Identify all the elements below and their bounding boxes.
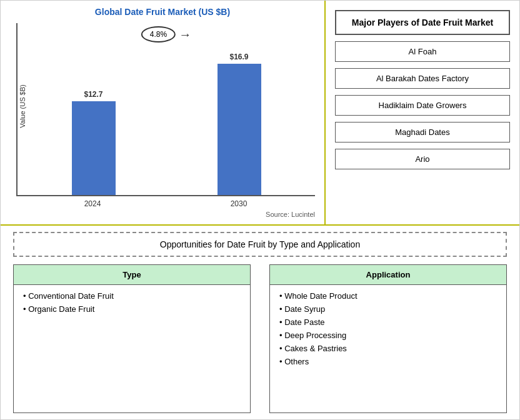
bar-2030 xyxy=(218,64,261,195)
application-items: • Whole Date Product • Date Syrup • Date… xyxy=(270,285,506,372)
cagr-annotation: 4.8% → xyxy=(141,26,191,42)
bar-value-2030: $16.9 xyxy=(229,52,248,61)
app-item-2: • Date Syrup xyxy=(279,304,497,314)
bar-2024 xyxy=(72,101,116,195)
player-box-1: Al Foah xyxy=(335,41,510,62)
app-item-3: • Date Paste xyxy=(279,318,497,327)
main-container: Global Date Fruit Market (US $B) Value (… xyxy=(0,0,520,420)
type-header: Type xyxy=(14,265,250,285)
bar-group-2024: $12.7 xyxy=(30,29,157,195)
bar-label-2024: 2024 xyxy=(29,199,156,208)
bullet-icon: • xyxy=(279,318,284,327)
app-item-5: • Cakes & Pastries xyxy=(279,344,497,353)
chart-title: Global Date Fruit Market (US $B) xyxy=(95,7,230,17)
type-block: Type • Conventional Date Fruit • Organic… xyxy=(13,264,251,413)
bar-label-2030: 2030 xyxy=(175,199,302,208)
players-title: Major Players of Date Fruit Market xyxy=(335,10,510,35)
application-block: Application • Whole Date Product • Date … xyxy=(269,264,507,413)
opportunities-title: Opportunities for Date Fruit by Type and… xyxy=(13,232,507,257)
bottom-section: Opportunities for Date Fruit by Type and… xyxy=(1,226,519,419)
player-box-2: Al Barakah Dates Factory xyxy=(335,68,510,89)
bar-group-2030: $16.9 xyxy=(176,29,302,195)
bars-row: 4.8% → $12.7 $16.9 xyxy=(16,23,315,196)
chart-section: Global Date Fruit Market (US $B) Value (… xyxy=(1,1,326,224)
bar-value-2024: $12.7 xyxy=(84,90,102,99)
type-item-1: • Conventional Date Fruit xyxy=(23,291,241,301)
players-section: Major Players of Date Fruit Market Al Fo… xyxy=(326,1,519,224)
player-box-3: Hadiklaim Date Growers xyxy=(335,95,510,116)
bottom-content: Type • Conventional Date Fruit • Organic… xyxy=(13,264,507,413)
source-text: Source: Lucintel xyxy=(10,211,315,218)
labels-row: 2024 2030 xyxy=(16,196,315,208)
type-item-2: • Organic Date Fruit xyxy=(23,304,241,314)
app-item-4: • Deep Processing xyxy=(279,331,497,340)
bullet-icon: • xyxy=(279,357,284,366)
app-item-6: • Others xyxy=(279,357,497,366)
bullet-icon: • xyxy=(279,331,284,340)
cagr-arrow-icon: → xyxy=(179,28,191,42)
bars-and-axis: 4.8% → $12.7 $16.9 xyxy=(16,23,315,208)
type-items: • Conventional Date Fruit • Organic Date… xyxy=(14,285,250,320)
cagr-bubble: 4.8% xyxy=(141,26,176,42)
bullet-icon: • xyxy=(23,304,28,314)
app-item-1: • Whole Date Product xyxy=(279,291,497,301)
bullet-icon: • xyxy=(23,291,28,301)
bullet-icon: • xyxy=(279,304,284,314)
top-section: Global Date Fruit Market (US $B) Value (… xyxy=(1,1,519,226)
bullet-icon: • xyxy=(279,344,284,353)
bullet-icon: • xyxy=(279,291,284,301)
application-header: Application xyxy=(270,265,506,285)
player-box-4: Maghadi Dates xyxy=(335,122,510,142)
player-box-5: Ario xyxy=(335,149,510,169)
